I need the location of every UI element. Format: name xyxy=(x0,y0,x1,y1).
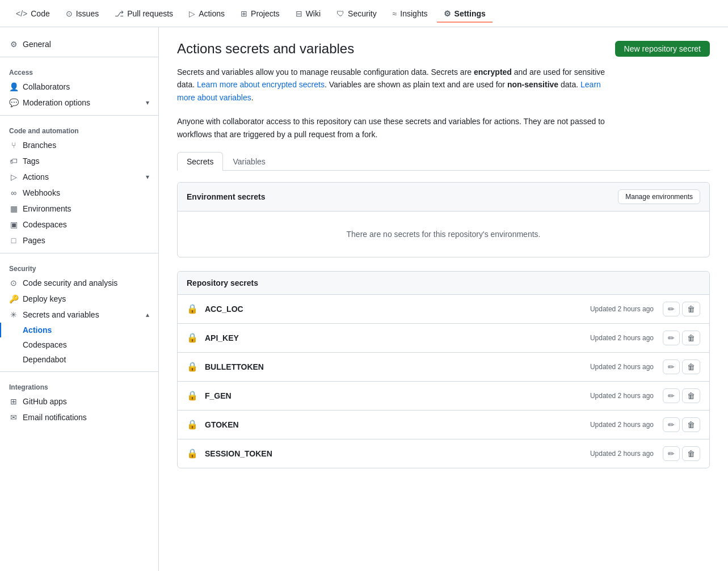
lock-icon-acc-loc: 🔒 xyxy=(187,303,198,314)
code-icon: </> xyxy=(16,9,27,18)
nav-issues[interactable]: ⊙ Issues xyxy=(59,5,106,23)
environment-secrets-title: Environment secrets xyxy=(187,192,266,201)
sidebar-item-deploy-keys[interactable]: 🔑 Deploy keys xyxy=(0,291,158,307)
security-icon: 🛡 xyxy=(336,9,344,18)
edit-button-bullettoken[interactable]: ✏ xyxy=(663,359,680,374)
delete-button-bullettoken[interactable]: 🗑 xyxy=(682,359,700,374)
edit-button-api-key[interactable]: ✏ xyxy=(663,331,680,345)
tab-variables[interactable]: Variables xyxy=(223,152,275,171)
delete-button-f-gen[interactable]: 🗑 xyxy=(682,388,700,403)
secret-actions-f-gen: ✏ 🗑 xyxy=(663,388,700,403)
projects-icon: ⊞ xyxy=(241,9,247,18)
insights-icon: ≈ xyxy=(393,9,397,18)
nav-settings[interactable]: ⚙ Settings xyxy=(437,5,493,23)
delete-button-session-token[interactable]: 🗑 xyxy=(682,446,700,461)
edit-button-acc-loc[interactable]: ✏ xyxy=(663,302,680,316)
sidebar-divider-4 xyxy=(0,371,158,372)
environment-secrets-empty: There are no secrets for this repository… xyxy=(178,212,709,257)
sidebar: ⚙ General Access 👤 Collaborators 💬 Moder… xyxy=(0,27,159,571)
chevron-down-icon-actions: ▾ xyxy=(146,173,149,181)
secret-name-gtoken: GTOKEN xyxy=(205,420,590,429)
description-text: Secrets and variables allow you to manag… xyxy=(177,66,608,104)
sidebar-item-actions[interactable]: ▷ Actions ▾ xyxy=(0,169,158,185)
nav-security[interactable]: 🛡 Security xyxy=(330,5,384,23)
lock-icon-api-key: 🔒 xyxy=(187,332,198,343)
key-icon: 🔑 xyxy=(9,294,18,303)
people-icon: 👤 xyxy=(9,82,18,91)
sidebar-sub-item-actions[interactable]: Actions xyxy=(0,323,158,337)
sidebar-item-environments[interactable]: ▦ Environments xyxy=(0,201,158,217)
nav-projects[interactable]: ⊞ Projects xyxy=(234,5,287,23)
sidebar-item-github-apps[interactable]: ⊞ GitHub apps xyxy=(0,394,158,409)
sidebar-sub-item-codespaces[interactable]: Codespaces xyxy=(0,337,158,352)
manage-environments-button[interactable]: Manage environments xyxy=(618,189,700,204)
sidebar-item-webhooks[interactable]: ∞ Webhooks xyxy=(0,185,158,201)
play-icon: ▷ xyxy=(9,172,18,181)
nav-actions[interactable]: ▷ Actions xyxy=(182,5,232,23)
sidebar-sub-item-dependabot[interactable]: Dependabot xyxy=(0,352,158,367)
main-content: Actions secrets and variables New reposi… xyxy=(159,27,728,571)
nav-insights[interactable]: ≈ Insights xyxy=(386,5,435,23)
sidebar-item-tags[interactable]: 🏷 Tags xyxy=(0,153,158,169)
sidebar-item-email-notifications[interactable]: ✉ Email notifications xyxy=(0,409,158,425)
chevron-down-icon: ▾ xyxy=(146,99,149,107)
secret-updated-bullettoken: Updated 2 hours ago xyxy=(590,363,654,371)
repository-secrets-header: Repository secrets xyxy=(178,272,709,295)
new-repository-secret-button[interactable]: New repository secret xyxy=(615,41,710,57)
actions-icon: ▷ xyxy=(189,9,195,18)
tabs-container: Secrets Variables xyxy=(177,152,710,171)
sidebar-item-pages[interactable]: □ Pages xyxy=(0,232,158,248)
lock-icon-bullettoken: 🔒 xyxy=(187,361,198,372)
sidebar-item-branches[interactable]: ⑂ Branches xyxy=(0,137,158,153)
secret-updated-f-gen: Updated 2 hours ago xyxy=(590,392,654,400)
secret-actions-gtoken: ✏ 🗑 xyxy=(663,417,700,432)
secret-row-session-token: 🔒 SESSION_TOKEN Updated 2 hours ago ✏ 🗑 xyxy=(178,439,709,468)
secret-updated-gtoken: Updated 2 hours ago xyxy=(590,421,654,429)
codespaces-icon: ▣ xyxy=(9,220,18,229)
secret-updated-session-token: Updated 2 hours ago xyxy=(590,450,654,458)
tab-secrets[interactable]: Secrets xyxy=(177,152,223,171)
sidebar-section-integrations: Integrations xyxy=(0,377,158,394)
repository-secrets-title: Repository secrets xyxy=(187,278,258,287)
sidebar-divider-2 xyxy=(0,115,158,116)
gear-icon: ⚙ xyxy=(9,40,18,49)
sidebar-item-general[interactable]: ⚙ General xyxy=(0,36,158,52)
environments-icon: ▦ xyxy=(9,204,18,213)
wiki-icon: ⊟ xyxy=(296,9,302,18)
sidebar-section-access: Access xyxy=(0,62,158,79)
secret-name-session-token: SESSION_TOKEN xyxy=(205,449,590,458)
sidebar-item-moderation[interactable]: 💬 Moderation options ▾ xyxy=(0,95,158,111)
nav-code[interactable]: </> Code xyxy=(9,5,57,23)
secret-name-api-key: API_KEY xyxy=(205,333,590,342)
edit-button-f-gen[interactable]: ✏ xyxy=(663,388,680,403)
sidebar-item-secrets-variables[interactable]: ✳ Secrets and variables ▴ xyxy=(0,307,158,323)
sidebar-item-collaborators[interactable]: 👤 Collaborators xyxy=(0,79,158,95)
tag-icon: 🏷 xyxy=(9,157,18,166)
delete-button-api-key[interactable]: 🗑 xyxy=(682,331,700,345)
settings-icon: ⚙ xyxy=(444,9,451,18)
mail-icon: ✉ xyxy=(9,413,18,422)
secret-name-acc-loc: ACC_LOC xyxy=(205,304,590,314)
webhook-icon: ∞ xyxy=(9,188,18,197)
encrypted-bold: encrypted xyxy=(474,67,512,77)
nav-wiki[interactable]: ⊟ Wiki xyxy=(289,5,327,23)
page-title: Actions secrets and variables xyxy=(177,41,354,57)
sidebar-divider-1 xyxy=(0,57,158,57)
secret-row-acc-loc: 🔒 ACC_LOC Updated 2 hours ago ✏ 🗑 xyxy=(178,295,709,324)
issues-icon: ⊙ xyxy=(66,9,73,18)
edit-button-session-token[interactable]: ✏ xyxy=(663,446,680,461)
delete-button-acc-loc[interactable]: 🗑 xyxy=(682,302,700,316)
pages-icon: □ xyxy=(9,236,18,245)
sidebar-item-codespaces[interactable]: ▣ Codespaces xyxy=(0,217,158,232)
learn-more-secrets-link[interactable]: Learn more about encrypted secrets xyxy=(197,80,325,89)
nav-pull-requests[interactable]: ⎇ Pull requests xyxy=(108,5,180,23)
collaborator-note: Anyone with collaborator access to this … xyxy=(177,115,608,141)
delete-button-gtoken[interactable]: 🗑 xyxy=(682,417,700,432)
sidebar-section-code-automation: Code and automation xyxy=(0,120,158,137)
secret-name-bullettoken: BULLETTOKEN xyxy=(205,362,590,371)
secret-actions-acc-loc: ✏ 🗑 xyxy=(663,302,700,316)
secret-updated-acc-loc: Updated 2 hours ago xyxy=(590,305,654,313)
edit-button-gtoken[interactable]: ✏ xyxy=(663,417,680,432)
sidebar-item-code-security[interactable]: ⊙ Code security and analysis xyxy=(0,275,158,291)
secret-updated-api-key: Updated 2 hours ago xyxy=(590,334,654,342)
